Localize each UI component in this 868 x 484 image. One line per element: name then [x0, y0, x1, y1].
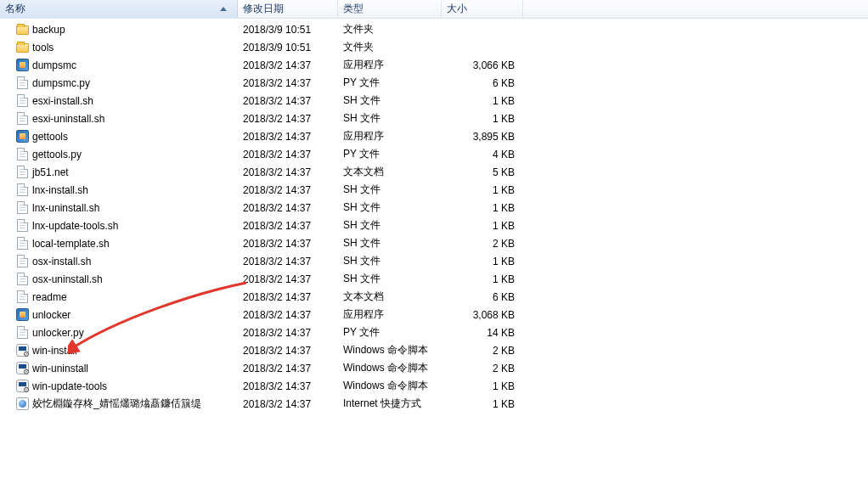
file-icon: [15, 76, 29, 90]
file-row[interactable]: gettools2018/3/2 14:37应用程序3,895 KB: [0, 127, 868, 145]
file-type: 文件夹: [338, 22, 442, 37]
application-icon: [15, 308, 29, 322]
file-row[interactable]: dumpsmc2018/3/2 14:37应用程序3,066 KB: [0, 56, 868, 74]
file-type: SH 文件: [338, 111, 442, 126]
file-size: 4 KB: [442, 149, 523, 160]
column-header-name[interactable]: 名称: [0, 0, 238, 18]
file-date: 2018/3/2 14:37: [238, 238, 338, 250]
column-header-date[interactable]: 修改日期: [238, 0, 338, 18]
file-icon: [15, 166, 29, 179]
application-icon: [15, 130, 29, 144]
file-type: 应用程序: [338, 58, 442, 72]
file-size: 1 KB: [442, 273, 523, 285]
file-name: tools: [32, 42, 54, 53]
file-row[interactable]: esxi-uninstall.sh2018/3/2 14:37SH 文件1 KB: [0, 110, 868, 127]
file-type: Windows 命令脚本: [338, 343, 442, 357]
file-date: 2018/3/2 14:37: [238, 380, 338, 392]
file-type: SH 文件: [338, 218, 442, 233]
file-row[interactable]: backup2018/3/9 10:51文件夹: [0, 20, 868, 38]
file-date: 2018/3/2 14:37: [238, 131, 338, 143]
cmd-script-icon: [15, 362, 29, 375]
column-header-type-label: 类型: [343, 2, 364, 16]
file-row[interactable]: win-uninstall2018/3/2 14:37Windows 命令脚本2…: [0, 359, 868, 377]
file-icon: [15, 94, 29, 108]
file-row[interactable]: local-template.sh2018/3/2 14:37SH 文件2 KB: [0, 234, 868, 252]
file-row[interactable]: win-update-tools2018/3/2 14:37Windows 命令…: [0, 377, 868, 395]
file-date: 2018/3/2 14:37: [238, 363, 338, 374]
file-row[interactable]: unlocker.py2018/3/2 14:37PY 文件14 KB: [0, 324, 868, 341]
file-type: PY 文件: [338, 147, 442, 161]
file-date: 2018/3/2 14:37: [238, 256, 338, 267]
file-row[interactable]: osx-install.sh2018/3/2 14:37SH 文件1 KB: [0, 252, 868, 270]
file-name: lnx-update-tools.sh: [32, 220, 118, 232]
file-type: 应用程序: [338, 307, 442, 322]
internet-shortcut-icon: [15, 397, 29, 411]
file-name: win-uninstall: [32, 363, 88, 374]
column-header-row: 名称 修改日期 类型 大小: [0, 0, 868, 19]
file-name: dumpsmc: [32, 59, 76, 71]
column-header-name-label: 名称: [5, 2, 25, 16]
application-icon: [15, 59, 29, 72]
folder-icon: [15, 41, 29, 54]
file-date: 2018/3/2 14:37: [238, 309, 338, 321]
file-date: 2018/3/2 14:37: [238, 202, 338, 214]
file-name: readme: [32, 291, 67, 303]
file-row[interactable]: gettools.py2018/3/2 14:37PY 文件4 KB: [0, 145, 868, 163]
column-header-type[interactable]: 类型: [338, 0, 442, 18]
file-date: 2018/3/2 14:37: [238, 59, 338, 71]
file-size: 3,066 KB: [442, 59, 523, 71]
cmd-script-icon: [15, 380, 29, 393]
file-type: SH 文件: [338, 272, 442, 286]
file-list: backup2018/3/9 10:51文件夹tools2018/3/9 10:…: [0, 19, 868, 413]
file-size: 3,068 KB: [442, 309, 523, 321]
file-type: 文件夹: [338, 40, 442, 54]
column-header-date-label: 修改日期: [243, 2, 284, 16]
file-icon: [15, 237, 29, 250]
file-date: 2018/3/2 14:37: [238, 345, 338, 357]
file-row[interactable]: lnx-uninstall.sh2018/3/2 14:37SH 文件1 KB: [0, 199, 868, 217]
file-row[interactable]: unlocker2018/3/2 14:37应用程序3,068 KB: [0, 306, 868, 324]
file-type: 应用程序: [338, 129, 442, 144]
file-row[interactable]: win-install2018/3/2 14:37Windows 命令脚本2 K…: [0, 341, 868, 359]
file-type: Windows 命令脚本: [338, 379, 442, 393]
file-type: SH 文件: [338, 183, 442, 197]
file-size: 1 KB: [442, 380, 523, 392]
file-row[interactable]: jb51.net2018/3/2 14:37文本文档5 KB: [0, 163, 868, 181]
column-header-size[interactable]: 大小: [442, 0, 523, 18]
file-size: 2 KB: [442, 345, 523, 357]
file-type: SH 文件: [338, 236, 442, 250]
file-date: 2018/3/2 14:37: [238, 398, 338, 410]
file-row[interactable]: esxi-install.sh2018/3/2 14:37SH 文件1 KB: [0, 92, 868, 110]
sort-ascending-icon: [220, 7, 227, 11]
file-date: 2018/3/2 14:37: [238, 113, 338, 125]
file-row[interactable]: lnx-install.sh2018/3/2 14:37SH 文件1 KB: [0, 181, 868, 199]
file-row[interactable]: tools2018/3/9 10:51文件夹: [0, 38, 868, 56]
file-icon: [15, 326, 29, 340]
file-name: osx-install.sh: [32, 256, 91, 267]
file-type: 文本文档: [338, 290, 442, 304]
file-size: 3,895 KB: [442, 131, 523, 143]
file-icon: [15, 148, 29, 161]
file-row[interactable]: lnx-update-tools.sh2018/3/2 14:37SH 文件1 …: [0, 217, 868, 234]
file-icon: [15, 183, 29, 197]
file-icon: [15, 255, 29, 268]
file-type: SH 文件: [338, 93, 442, 108]
file-type: Windows 命令脚本: [338, 361, 442, 375]
column-header-size-label: 大小: [447, 2, 467, 16]
file-row[interactable]: osx-uninstall.sh2018/3/2 14:37SH 文件1 KB: [0, 270, 868, 288]
folder-icon: [15, 23, 29, 37]
file-icon: [15, 112, 29, 126]
file-date: 2018/3/2 14:37: [238, 166, 338, 178]
file-icon: [15, 273, 29, 286]
file-date: 2018/3/2 14:37: [238, 327, 338, 339]
file-row[interactable]: 姣忔棩鏇存柊_婧愮爜璐熻矗鐮佸簱缇2018/3/2 14:37Internet …: [0, 395, 868, 413]
file-name: lnx-install.sh: [32, 184, 88, 196]
file-type: Internet 快捷方式: [338, 397, 442, 411]
file-name: esxi-install.sh: [32, 95, 93, 107]
file-row[interactable]: readme2018/3/2 14:37文本文档6 KB: [0, 288, 868, 306]
file-icon: [15, 290, 29, 304]
file-size: 6 KB: [442, 77, 523, 89]
file-name: unlocker: [32, 309, 70, 321]
file-row[interactable]: dumpsmc.py2018/3/2 14:37PY 文件6 KB: [0, 74, 868, 92]
file-size: 1 KB: [442, 256, 523, 267]
